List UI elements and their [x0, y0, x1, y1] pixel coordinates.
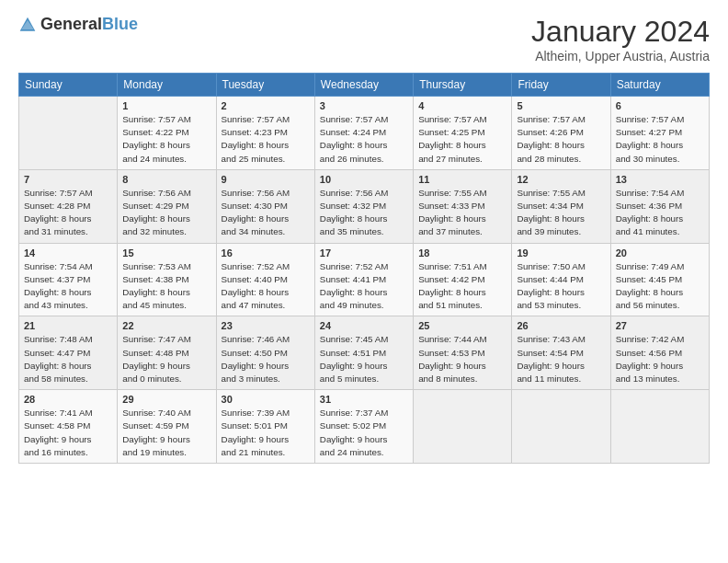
day-info: Sunrise: 7:56 AMSunset: 4:32 PMDaylight:…: [320, 187, 408, 239]
calendar-cell: 11Sunrise: 7:55 AMSunset: 4:33 PMDayligh…: [414, 169, 512, 243]
day-info: Sunrise: 7:40 AMSunset: 4:59 PMDaylight:…: [122, 407, 210, 459]
day-number: 26: [517, 320, 605, 331]
day-info: Sunrise: 7:55 AMSunset: 4:33 PMDaylight:…: [418, 187, 506, 239]
calendar-cell: 29Sunrise: 7:40 AMSunset: 4:59 PMDayligh…: [118, 390, 216, 464]
day-info: Sunrise: 7:56 AMSunset: 4:29 PMDaylight:…: [122, 187, 210, 239]
weekday-header-friday: Friday: [512, 74, 610, 97]
calendar-cell: 25Sunrise: 7:44 AMSunset: 4:53 PMDayligh…: [414, 316, 512, 390]
calendar-cell: 14Sunrise: 7:54 AMSunset: 4:37 PMDayligh…: [19, 243, 118, 316]
weekday-header-sunday: Sunday: [19, 74, 118, 97]
day-number: 11: [418, 174, 506, 185]
title-block: January 2024 Altheim, Upper Austria, Aus…: [531, 15, 710, 63]
weekday-header-wednesday: Wednesday: [314, 74, 413, 97]
calendar-cell: 2Sunrise: 7:57 AMSunset: 4:23 PMDaylight…: [216, 97, 314, 170]
location-title: Altheim, Upper Austria, Austria: [531, 49, 710, 63]
calendar-cell: 15Sunrise: 7:53 AMSunset: 4:38 PMDayligh…: [118, 243, 216, 316]
calendar-week-1: 1Sunrise: 7:57 AMSunset: 4:22 PMDaylight…: [19, 97, 710, 170]
calendar-cell: [512, 390, 610, 464]
calendar-cell: [610, 390, 709, 464]
header: GeneralBlue January 2024 Altheim, Upper …: [18, 15, 710, 63]
calendar-cell: 13Sunrise: 7:54 AMSunset: 4:36 PMDayligh…: [610, 169, 709, 243]
weekday-header-saturday: Saturday: [610, 74, 709, 97]
calendar-cell: 31Sunrise: 7:37 AMSunset: 5:02 PMDayligh…: [314, 390, 413, 464]
day-info: Sunrise: 7:37 AMSunset: 5:02 PMDaylight:…: [320, 407, 408, 459]
calendar-cell: 17Sunrise: 7:52 AMSunset: 4:41 PMDayligh…: [314, 243, 413, 316]
weekday-header-thursday: Thursday: [414, 74, 512, 97]
weekday-row: SundayMondayTuesdayWednesdayThursdayFrid…: [19, 74, 710, 97]
calendar-cell: 30Sunrise: 7:39 AMSunset: 5:01 PMDayligh…: [216, 390, 314, 464]
day-info: Sunrise: 7:51 AMSunset: 4:42 PMDaylight:…: [418, 260, 506, 313]
calendar-header: SundayMondayTuesdayWednesdayThursdayFrid…: [19, 74, 710, 97]
day-number: 10: [320, 174, 408, 185]
calendar-week-2: 7Sunrise: 7:57 AMSunset: 4:28 PMDaylight…: [19, 169, 710, 243]
day-number: 8: [122, 174, 210, 185]
calendar-week-3: 14Sunrise: 7:54 AMSunset: 4:37 PMDayligh…: [19, 243, 710, 316]
calendar-cell: 7Sunrise: 7:57 AMSunset: 4:28 PMDaylight…: [19, 169, 118, 243]
day-info: Sunrise: 7:41 AMSunset: 4:58 PMDaylight:…: [24, 407, 112, 459]
logo-general: GeneralBlue: [40, 15, 138, 34]
day-info: Sunrise: 7:46 AMSunset: 4:50 PMDaylight:…: [222, 333, 310, 385]
day-info: Sunrise: 7:48 AMSunset: 4:47 PMDaylight:…: [24, 333, 112, 385]
day-info: Sunrise: 7:44 AMSunset: 4:53 PMDaylight:…: [418, 333, 506, 385]
day-number: 20: [616, 247, 704, 259]
calendar-cell: 8Sunrise: 7:56 AMSunset: 4:29 PMDaylight…: [118, 169, 216, 243]
day-number: 28: [24, 394, 112, 405]
day-number: 12: [517, 174, 605, 185]
calendar-cell: 9Sunrise: 7:56 AMSunset: 4:30 PMDaylight…: [216, 169, 314, 243]
calendar-cell: 4Sunrise: 7:57 AMSunset: 4:25 PMDaylight…: [414, 97, 512, 170]
day-number: 15: [122, 247, 210, 259]
calendar-cell: 20Sunrise: 7:49 AMSunset: 4:45 PMDayligh…: [610, 243, 709, 316]
day-number: 9: [222, 174, 310, 185]
day-number: 17: [320, 247, 408, 259]
calendar-cell: 27Sunrise: 7:42 AMSunset: 4:56 PMDayligh…: [610, 316, 709, 390]
calendar-cell: 16Sunrise: 7:52 AMSunset: 4:40 PMDayligh…: [216, 243, 314, 316]
day-info: Sunrise: 7:57 AMSunset: 4:24 PMDaylight:…: [320, 113, 408, 166]
day-info: Sunrise: 7:56 AMSunset: 4:30 PMDaylight:…: [222, 187, 310, 239]
day-info: Sunrise: 7:50 AMSunset: 4:44 PMDaylight:…: [517, 260, 605, 313]
day-number: 2: [222, 100, 310, 111]
calendar-cell: 26Sunrise: 7:43 AMSunset: 4:54 PMDayligh…: [512, 316, 610, 390]
day-number: 18: [418, 247, 506, 259]
day-info: Sunrise: 7:39 AMSunset: 5:01 PMDaylight:…: [222, 407, 310, 459]
day-number: 19: [517, 247, 605, 259]
day-info: Sunrise: 7:49 AMSunset: 4:45 PMDaylight:…: [616, 260, 704, 313]
day-info: Sunrise: 7:57 AMSunset: 4:22 PMDaylight:…: [122, 113, 210, 166]
calendar-cell: 22Sunrise: 7:47 AMSunset: 4:48 PMDayligh…: [118, 316, 216, 390]
day-number: 3: [320, 100, 408, 111]
day-number: 13: [616, 174, 704, 185]
calendar-cell: [414, 390, 512, 464]
day-number: 16: [222, 247, 310, 259]
day-number: 6: [616, 100, 704, 111]
logo-icon: [18, 16, 37, 34]
day-info: Sunrise: 7:52 AMSunset: 4:40 PMDaylight:…: [222, 260, 310, 313]
day-number: 4: [418, 100, 506, 111]
day-info: Sunrise: 7:57 AMSunset: 4:23 PMDaylight:…: [222, 113, 310, 166]
weekday-header-monday: Monday: [118, 74, 216, 97]
day-info: Sunrise: 7:57 AMSunset: 4:25 PMDaylight:…: [418, 113, 506, 166]
day-number: 24: [320, 320, 408, 331]
day-number: 27: [616, 320, 704, 331]
day-number: 30: [222, 394, 310, 405]
day-number: 22: [122, 320, 210, 331]
day-info: Sunrise: 7:54 AMSunset: 4:37 PMDaylight:…: [24, 260, 112, 313]
day-number: 5: [517, 100, 605, 111]
calendar-cell: 3Sunrise: 7:57 AMSunset: 4:24 PMDaylight…: [314, 97, 413, 170]
day-number: 14: [24, 247, 112, 259]
calendar-cell: 21Sunrise: 7:48 AMSunset: 4:47 PMDayligh…: [19, 316, 118, 390]
calendar-cell: 5Sunrise: 7:57 AMSunset: 4:26 PMDaylight…: [512, 97, 610, 170]
day-info: Sunrise: 7:42 AMSunset: 4:56 PMDaylight:…: [616, 333, 704, 385]
day-info: Sunrise: 7:52 AMSunset: 4:41 PMDaylight:…: [320, 260, 408, 313]
month-title: January 2024: [531, 15, 710, 49]
calendar-cell: 19Sunrise: 7:50 AMSunset: 4:44 PMDayligh…: [512, 243, 610, 316]
day-number: 31: [320, 394, 408, 405]
day-info: Sunrise: 7:47 AMSunset: 4:48 PMDaylight:…: [122, 333, 210, 385]
calendar-cell: 24Sunrise: 7:45 AMSunset: 4:51 PMDayligh…: [314, 316, 413, 390]
day-number: 7: [24, 174, 112, 185]
day-number: 25: [418, 320, 506, 331]
calendar-page: GeneralBlue January 2024 Altheim, Upper …: [0, 0, 728, 563]
calendar-cell: 6Sunrise: 7:57 AMSunset: 4:27 PMDaylight…: [610, 97, 709, 170]
calendar-cell: 18Sunrise: 7:51 AMSunset: 4:42 PMDayligh…: [414, 243, 512, 316]
day-number: 29: [122, 394, 210, 405]
calendar-week-5: 28Sunrise: 7:41 AMSunset: 4:58 PMDayligh…: [19, 390, 710, 464]
calendar-cell: 28Sunrise: 7:41 AMSunset: 4:58 PMDayligh…: [19, 390, 118, 464]
